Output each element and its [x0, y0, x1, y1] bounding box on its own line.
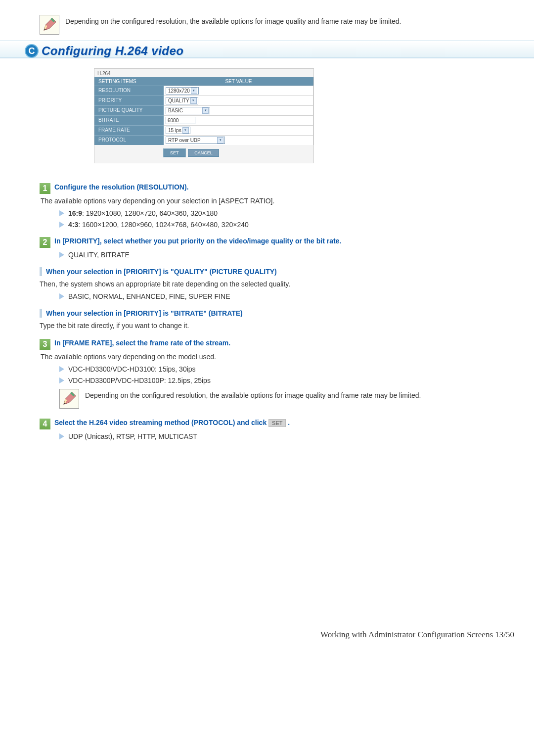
bullet-icon [59, 293, 64, 299]
step-4-number: 4 [40, 419, 50, 429]
step-3-intro: The available options vary depending on … [40, 352, 519, 362]
subsection-text: Then, the system shows an appropriate bi… [40, 279, 519, 289]
subsection-text: Type the bit rate directly, if you want … [40, 321, 519, 331]
step-1-number: 1 [40, 183, 50, 194]
step-1-intro: The available options vary depending on … [40, 196, 519, 206]
bullet-text: BASIC, NORMAL, ENHANCED, FINE, SUPER FIN… [68, 291, 230, 302]
screenshot-title: H.264 [94, 69, 313, 77]
chevron-down-icon: ▾ [190, 97, 197, 104]
subsection-bar [40, 309, 42, 318]
bullet-icon [59, 210, 64, 216]
note-text: Depending on the configured resolution, … [65, 15, 401, 35]
h264-settings-screenshot: H.264 SETTING ITEMS SET VALUE RESOLUTION… [94, 68, 314, 163]
pencil-icon [40, 15, 59, 35]
bullet-text: QUALITY, BITRATE [68, 250, 130, 260]
picture-quality-select[interactable]: BASIC▾ [166, 107, 210, 114]
row-quality-label: PICTURE QUALITY [94, 105, 164, 115]
subsection-title: When your selection in [PRIORITY] is "BI… [46, 309, 243, 317]
bullet-icon [59, 366, 64, 372]
inline-set-button: SET [268, 419, 286, 427]
bullet-icon [59, 252, 64, 258]
chevron-down-icon: ▾ [182, 127, 189, 134]
section-letter-badge: C [25, 44, 39, 58]
set-button[interactable]: SET [164, 149, 185, 157]
bullet-icon [59, 378, 64, 383]
subsection-title: When your selection in [PRIORITY] is "QU… [46, 268, 277, 276]
pencil-icon [59, 389, 79, 409]
step-2-title: In [PRIORITY], select whether you put pr… [54, 237, 341, 245]
step-1-title: Configure the resolution (RESOLUTION). [54, 183, 188, 191]
bullet-text: UDP (Unicast), RTSP, HTTP, MULTICAST [68, 431, 197, 442]
bullet-icon [59, 222, 64, 228]
bullet-text: VDC-HD3300P/VDC-HD3100P: 12.5ips, 25ips [68, 376, 211, 386]
col-set-value: SET VALUE [164, 77, 313, 86]
bitrate-input[interactable]: 6000 [166, 117, 195, 124]
section-header: C Configuring H.264 video [0, 41, 534, 58]
priority-select[interactable]: QUALITY▾ [166, 97, 198, 104]
chevron-down-icon: ▾ [202, 107, 209, 114]
step-2-number: 2 [40, 237, 50, 248]
section-title: Configuring H.264 video [42, 44, 184, 58]
page-footer: Working with Administrator Configuration… [15, 630, 519, 640]
protocol-select[interactable]: RTP over UDP▾ [166, 137, 225, 144]
note-text: Depending on the configured resolution, … [85, 389, 421, 409]
row-framerate-label: FRAME RATE [94, 125, 164, 135]
cancel-button[interactable]: CANCEL [188, 149, 219, 157]
col-setting-items: SETTING ITEMS [94, 77, 164, 86]
bullet-text: 16:9: 1920×1080, 1280×720, 640×360, 320×… [68, 208, 218, 219]
bullet-text: 4:3: 1600×1200, 1280×960, 1024×768, 640×… [68, 220, 249, 230]
bullet-text: VDC-HD3300/VDC-HD3100: 15ips, 30ips [68, 364, 196, 375]
subsection-bar [40, 267, 42, 276]
row-protocol-label: PROTOCOL [94, 135, 164, 145]
row-bitrate-label: BITRATE [94, 115, 164, 125]
row-priority-label: PRIORITY [94, 95, 164, 105]
framerate-select[interactable]: 15 ips▾ [166, 127, 190, 134]
chevron-down-icon: ▾ [191, 88, 197, 94]
row-resolution-label: RESOLUTION [94, 86, 164, 95]
chevron-down-icon: ▾ [217, 137, 223, 143]
resolution-select[interactable]: 1280x720▾ [166, 87, 199, 94]
step-4-title: Select the H.264 video streaming method … [54, 419, 290, 426]
bullet-icon [59, 433, 64, 439]
step-3-number: 3 [40, 339, 50, 350]
step-3-title: In [FRAME RATE], select the frame rate o… [54, 339, 230, 347]
